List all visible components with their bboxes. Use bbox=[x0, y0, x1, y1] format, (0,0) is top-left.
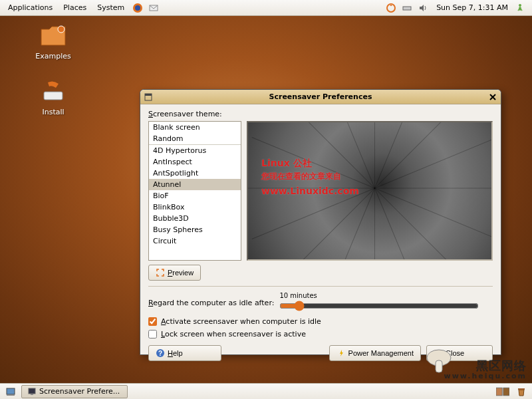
install-icon bbox=[37, 78, 69, 105]
power-icon bbox=[336, 348, 346, 358]
svg-point-6 bbox=[58, 26, 65, 33]
svg-rect-21 bbox=[518, 388, 525, 390]
theme-list-item[interactable]: Circuit bbox=[149, 235, 241, 247]
network-icon[interactable] bbox=[400, 1, 414, 15]
menu-places[interactable]: Places bbox=[58, 2, 92, 13]
top-panel: Applications Places System Sun Sep 7, 1:… bbox=[0, 0, 532, 16]
show-desktop-icon[interactable] bbox=[4, 385, 17, 398]
desktop-icon-label: Examples bbox=[35, 52, 70, 61]
menu-system[interactable]: System bbox=[92, 2, 130, 13]
svg-rect-17 bbox=[29, 388, 35, 394]
svg-point-1 bbox=[135, 5, 140, 11]
theme-list-item[interactable]: Random bbox=[149, 133, 241, 145]
desktop-icon-examples[interactable]: Examples bbox=[32, 23, 74, 61]
idle-value: 10 minutes bbox=[279, 292, 479, 299]
mail-icon[interactable] bbox=[147, 1, 160, 15]
screensaver-preferences-dialog: Screensaver Preferences Screensaver them… bbox=[140, 89, 501, 355]
activate-checkbox[interactable] bbox=[148, 317, 157, 326]
lock-checkbox[interactable] bbox=[148, 330, 157, 338]
taskbar-item-label: Screensaver Prefere... bbox=[39, 387, 120, 396]
menu-applications[interactable]: Applications bbox=[3, 2, 58, 13]
folder-icon bbox=[37, 23, 69, 49]
desktop-icon-install[interactable]: Install bbox=[32, 78, 74, 116]
theme-list[interactable]: Blank screenRandom4D HypertorusAntInspec… bbox=[148, 121, 241, 261]
theme-list-item[interactable]: Busy Spheres bbox=[149, 224, 241, 235]
volume-icon[interactable] bbox=[416, 1, 430, 15]
page-watermark: 黑区网络 www.heiqu.com bbox=[444, 359, 527, 380]
fullscreen-icon bbox=[156, 268, 165, 277]
trash-icon[interactable] bbox=[515, 385, 528, 398]
window-menu-icon[interactable] bbox=[143, 92, 154, 102]
theme-list-item[interactable]: BlinkBox bbox=[149, 201, 241, 213]
theme-list-item[interactable]: AntInspect bbox=[149, 156, 241, 168]
theme-label: Screensaver theme: bbox=[148, 110, 493, 118]
idle-label: Regard the computer as idle after: bbox=[148, 299, 274, 307]
preview-pane: Linux 公社 您现在查看的文章来自 www.Linuxidc.com bbox=[247, 121, 493, 261]
update-icon[interactable] bbox=[384, 1, 398, 15]
firefox-icon[interactable] bbox=[131, 1, 144, 15]
screensaver-task-icon bbox=[27, 387, 37, 396]
theme-list-item[interactable]: Bubble3D bbox=[149, 213, 241, 224]
workspace-switcher[interactable] bbox=[496, 385, 509, 398]
help-icon: ? bbox=[156, 348, 165, 358]
watermark-overlay: Linux 公社 您现在查看的文章来自 www.Linuxidc.com bbox=[261, 156, 359, 198]
close-icon[interactable] bbox=[487, 92, 498, 102]
svg-rect-16 bbox=[7, 394, 15, 396]
titlebar[interactable]: Screensaver Preferences bbox=[140, 90, 501, 104]
clock[interactable]: Sun Sep 7, 1:31 AM bbox=[431, 2, 513, 13]
activate-checkbox-row[interactable]: Activate screensaver when computer is id… bbox=[148, 317, 493, 326]
theme-list-item[interactable]: Atunnel bbox=[149, 179, 241, 190]
theme-list-item[interactable]: AntSpotlight bbox=[149, 168, 241, 179]
bottom-panel: Screensaver Prefere... bbox=[0, 383, 532, 399]
idle-slider[interactable] bbox=[279, 301, 479, 311]
svg-rect-19 bbox=[496, 388, 502, 396]
dialog-title: Screensaver Preferences bbox=[154, 92, 487, 101]
power-management-button[interactable]: Power Management bbox=[329, 345, 421, 361]
svg-rect-18 bbox=[31, 394, 33, 395]
theme-list-item[interactable]: 4D Hypertorus bbox=[149, 145, 241, 156]
svg-point-5 bbox=[519, 4, 521, 7]
help-button[interactable]: ? Help bbox=[148, 345, 221, 361]
taskbar-item-screensaver[interactable]: Screensaver Prefere... bbox=[21, 385, 128, 398]
theme-list-item[interactable]: Blank screen bbox=[149, 122, 241, 133]
svg-rect-14 bbox=[436, 360, 442, 372]
svg-rect-7 bbox=[44, 92, 63, 100]
svg-rect-15 bbox=[7, 388, 15, 394]
svg-rect-4 bbox=[403, 7, 411, 10]
desktop-icon-label: Install bbox=[42, 108, 64, 116]
svg-rect-9 bbox=[145, 94, 152, 96]
preview-button[interactable]: Preview bbox=[148, 265, 201, 281]
theme-list-item[interactable]: BioF bbox=[149, 190, 241, 201]
svg-text:?: ? bbox=[158, 350, 162, 357]
lock-checkbox-row[interactable]: Lock screen when screensaver is active bbox=[148, 330, 493, 338]
logout-icon[interactable] bbox=[515, 1, 528, 15]
svg-rect-20 bbox=[503, 388, 509, 396]
